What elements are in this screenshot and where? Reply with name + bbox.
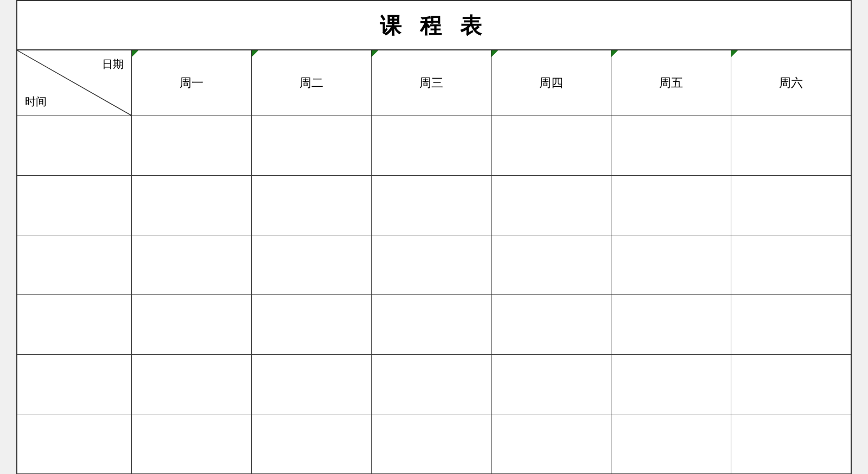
- header-day-3: 周三: [371, 50, 491, 116]
- time-slot-6[interactable]: [17, 414, 131, 473]
- cell-4-3[interactable]: [371, 294, 491, 354]
- cell-6-1[interactable]: [131, 414, 251, 473]
- cell-2-6[interactable]: [731, 175, 851, 235]
- cell-3-1[interactable]: [131, 235, 251, 294]
- cell-2-4[interactable]: [491, 175, 611, 235]
- cell-3-2[interactable]: [251, 235, 371, 294]
- cell-1-3[interactable]: [371, 116, 491, 175]
- header-day-6: 周六: [731, 50, 851, 116]
- cell-1-4[interactable]: [491, 116, 611, 175]
- cell-6-4[interactable]: [491, 414, 611, 473]
- cell-2-5[interactable]: [611, 175, 731, 235]
- cell-2-2[interactable]: [251, 175, 371, 235]
- table-row: [17, 414, 851, 473]
- cell-5-3[interactable]: [371, 354, 491, 414]
- table-row: [17, 294, 851, 354]
- cell-1-1[interactable]: [131, 116, 251, 175]
- cell-4-6[interactable]: [731, 294, 851, 354]
- cell-6-5[interactable]: [611, 414, 731, 473]
- header-row: 时间 日期 周一 周二 周三 周四 周五: [17, 50, 851, 116]
- time-slot-5[interactable]: [17, 354, 131, 414]
- table-row: [17, 175, 851, 235]
- time-slot-2[interactable]: [17, 175, 131, 235]
- cell-5-6[interactable]: [731, 354, 851, 414]
- date-label: 日期: [102, 57, 124, 72]
- cell-1-5[interactable]: [611, 116, 731, 175]
- cell-1-2[interactable]: [251, 116, 371, 175]
- cell-4-5[interactable]: [611, 294, 731, 354]
- cell-4-4[interactable]: [491, 294, 611, 354]
- table-row: [17, 235, 851, 294]
- schedule-title: 课 程 表: [17, 1, 851, 50]
- cell-6-2[interactable]: [251, 414, 371, 473]
- time-slot-3[interactable]: [17, 235, 131, 294]
- header-day-2: 周二: [251, 50, 371, 116]
- cell-6-3[interactable]: [371, 414, 491, 473]
- cell-2-1[interactable]: [131, 175, 251, 235]
- header-day-4: 周四: [491, 50, 611, 116]
- cell-3-3[interactable]: [371, 235, 491, 294]
- table-row: [17, 116, 851, 175]
- cell-6-6[interactable]: [731, 414, 851, 473]
- cell-5-2[interactable]: [251, 354, 371, 414]
- header-day-5: 周五: [611, 50, 731, 116]
- time-slot-1[interactable]: [17, 116, 131, 175]
- cell-5-4[interactable]: [491, 354, 611, 414]
- cell-5-1[interactable]: [131, 354, 251, 414]
- time-slot-4[interactable]: [17, 294, 131, 354]
- table-row: [17, 354, 851, 414]
- cell-3-4[interactable]: [491, 235, 611, 294]
- schedule-table: 时间 日期 周一 周二 周三 周四 周五: [17, 50, 851, 473]
- header-day-1: 周一: [131, 50, 251, 116]
- cell-3-5[interactable]: [611, 235, 731, 294]
- cell-3-6[interactable]: [731, 235, 851, 294]
- cell-1-6[interactable]: [731, 116, 851, 175]
- schedule-container: 课 程 表 时间 日期: [16, 0, 852, 474]
- cell-4-2[interactable]: [251, 294, 371, 354]
- time-label: 时间: [25, 94, 47, 109]
- corner-cell: 时间 日期: [17, 50, 131, 116]
- cell-4-1[interactable]: [131, 294, 251, 354]
- cell-2-3[interactable]: [371, 175, 491, 235]
- cell-5-5[interactable]: [611, 354, 731, 414]
